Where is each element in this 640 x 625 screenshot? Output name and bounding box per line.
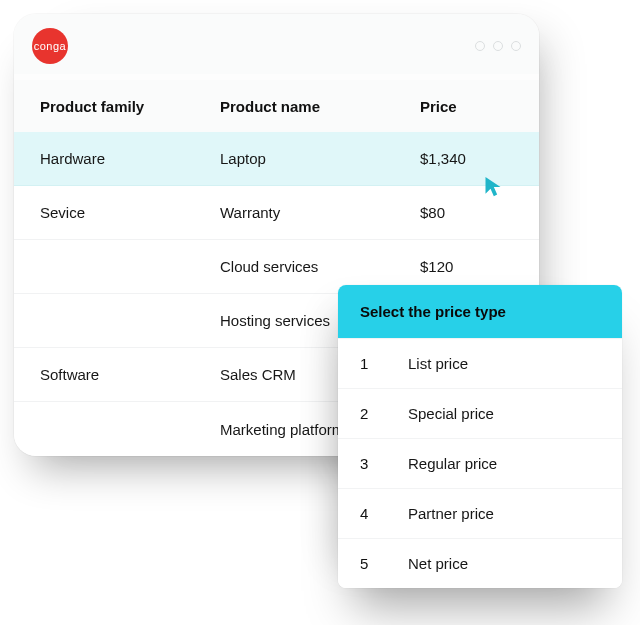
- option-index: 2: [360, 405, 408, 422]
- option-label: Special price: [408, 405, 600, 422]
- window-dot-icon[interactable]: [493, 41, 503, 51]
- window-controls: [475, 41, 521, 51]
- col-header-price: Price: [420, 98, 513, 115]
- price-type-option[interactable]: 1 List price: [338, 338, 622, 388]
- brand-logo: conga: [32, 28, 68, 64]
- option-label: Partner price: [408, 505, 600, 522]
- cell-product-name: Warranty: [220, 204, 420, 221]
- option-index: 1: [360, 355, 408, 372]
- price-type-option[interactable]: 3 Regular price: [338, 438, 622, 488]
- option-index: 5: [360, 555, 408, 572]
- window-dot-icon[interactable]: [475, 41, 485, 51]
- price-type-popup: Select the price type 1 List price 2 Spe…: [338, 285, 622, 588]
- window-header: conga: [14, 14, 539, 74]
- price-type-option[interactable]: 5 Net price: [338, 538, 622, 588]
- option-label: Regular price: [408, 455, 600, 472]
- option-index: 3: [360, 455, 408, 472]
- cell-product-family: Software: [40, 366, 220, 383]
- price-type-option[interactable]: 4 Partner price: [338, 488, 622, 538]
- table-row[interactable]: Sevice Warranty $80: [14, 186, 539, 240]
- cell-price: $1,340: [420, 150, 513, 167]
- price-type-option[interactable]: 2 Special price: [338, 388, 622, 438]
- col-header-product-family: Product family: [40, 98, 220, 115]
- price-type-popup-title: Select the price type: [338, 285, 622, 338]
- cell-product-name: Laptop: [220, 150, 420, 167]
- cell-product-family: Sevice: [40, 204, 220, 221]
- table-header-row: Product family Product name Price: [14, 80, 539, 132]
- brand-name: conga: [34, 40, 66, 52]
- option-index: 4: [360, 505, 408, 522]
- cell-product-name: Cloud services: [220, 258, 420, 275]
- col-header-product-name: Product name: [220, 98, 420, 115]
- cell-price: $80: [420, 204, 513, 221]
- cell-price: $120: [420, 258, 513, 275]
- window-dot-icon[interactable]: [511, 41, 521, 51]
- option-label: Net price: [408, 555, 600, 572]
- option-label: List price: [408, 355, 600, 372]
- cell-product-family: Hardware: [40, 150, 220, 167]
- table-row[interactable]: Hardware Laptop $1,340: [14, 132, 539, 186]
